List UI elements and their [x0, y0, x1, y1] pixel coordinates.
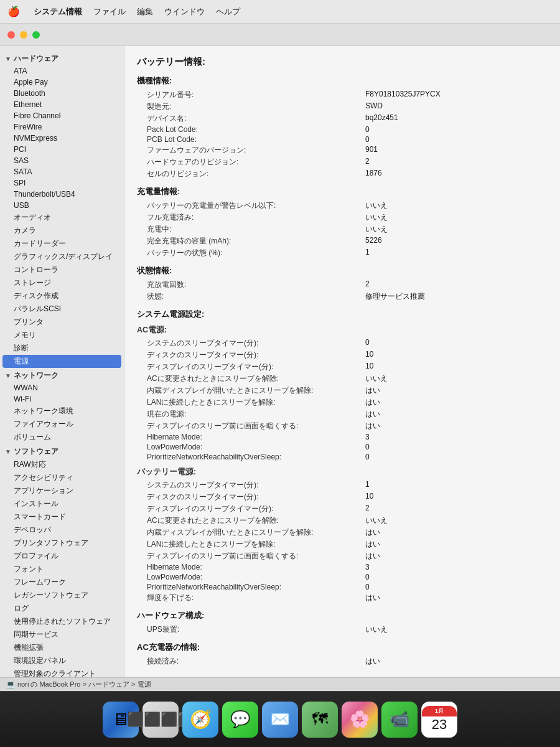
close-button[interactable]: [7, 31, 15, 39]
facetime-icon: 📹: [390, 710, 409, 729]
sidebar-item-pci[interactable]: PCI: [0, 144, 124, 155]
sidebar-item-sas[interactable]: SAS: [0, 155, 124, 166]
zoom-button[interactable]: [32, 31, 40, 39]
menu-file[interactable]: ファイル: [93, 6, 126, 17]
sidebar-item-managed-clients[interactable]: 管理対象のクライアント: [0, 667, 124, 677]
sidebar-item-syncservices[interactable]: 同期サービス: [0, 628, 124, 641]
device-name-value: bq20z451: [363, 113, 548, 125]
dock-safari[interactable]: 🧭: [182, 702, 218, 738]
dock-facetime[interactable]: 📹: [381, 702, 418, 738]
sidebar-item-audio[interactable]: オーディオ: [0, 211, 124, 224]
sidebar-item-power[interactable]: 電源: [2, 355, 121, 368]
minimize-button[interactable]: [20, 31, 27, 39]
sidebar-item-smartcard[interactable]: スマートカード: [0, 510, 124, 524]
sidebar-item-frameworks[interactable]: フレームワーク: [0, 576, 124, 589]
machine-info-table: シリアル番号: F8Y01810325J7PYCX 製造元: SWD デバイス名…: [137, 89, 548, 180]
ac-current-power-label: 現在の電源:: [137, 408, 363, 420]
menu-help[interactable]: ヘルプ: [216, 6, 240, 17]
charging-label: 充電中:: [137, 223, 363, 235]
menu-edit[interactable]: 編集: [137, 6, 153, 17]
apple-menu-icon[interactable]: 🍎: [7, 6, 20, 17]
sidebar-item-sata[interactable]: SATA: [0, 166, 124, 177]
bat-wake-on-lid-value: はい: [363, 527, 548, 538]
bat-sleep-label: システムのスリープタイマー(分):: [137, 479, 363, 491]
sidebar-item-ethernet[interactable]: Ethernet: [0, 99, 124, 110]
ac-sleep-label: システムのスリープタイマー(分):: [137, 337, 363, 349]
hardware-section-header[interactable]: ▼ ハードウェア: [0, 51, 124, 65]
ac-hibernate-value: 3: [363, 432, 548, 442]
sidebar-item-applepay[interactable]: Apple Pay: [0, 77, 124, 88]
ac-display-sleep-value: 10: [363, 361, 548, 373]
ac-current-power-value: はい: [363, 408, 548, 420]
sidebar-item-firewire[interactable]: FireWire: [0, 121, 124, 133]
bat-display-sleep-value: 2: [363, 503, 548, 515]
full-capacity-label: 完全充電時の容量 (mAh):: [137, 235, 363, 247]
sidebar-item-graphics[interactable]: グラフィックス/ディスプレイ: [0, 250, 124, 263]
sidebar-item-fibre[interactable]: Fibre Channel: [0, 110, 124, 121]
sidebar-item-prefpanes[interactable]: 環境設定パネル: [0, 654, 124, 667]
table-row: 製造元: SWD: [137, 101, 548, 113]
table-row: ハードウェアのリビジョン: 2: [137, 156, 548, 168]
sidebar-item-printer[interactable]: プリンタ: [0, 316, 124, 329]
sidebar-item-bluetooth[interactable]: Bluetooth: [0, 88, 124, 99]
bat-lowpower-label: LowPowerMode:: [137, 572, 363, 582]
ac-wake-on-lid-value: はい: [363, 385, 548, 397]
sidebar-item-nvmexpress[interactable]: NVMExpress: [0, 133, 124, 144]
condition-value: 修理サービス推薦: [363, 291, 548, 303]
sidebar-item-controller[interactable]: コントローラ: [0, 263, 124, 276]
table-row: LowPowerMode: 0: [137, 572, 548, 582]
sidebar-item-developer[interactable]: デベロッパ: [0, 524, 124, 537]
sidebar-item-camera[interactable]: カメラ: [0, 224, 124, 237]
sidebar-item-printersw[interactable]: プリンタソフトウェア: [0, 537, 124, 550]
sidebar-item-fonts[interactable]: フォント: [0, 563, 124, 576]
pack-lot-label: Pack Lot Code:: [137, 125, 363, 134]
dock-photos[interactable]: 🌸: [342, 702, 378, 738]
sidebar-item-ata[interactable]: ATA: [0, 65, 124, 77]
sidebar-item-wifi[interactable]: Wi-Fi: [0, 393, 124, 405]
sidebar-item-profile[interactable]: プロファイル: [0, 550, 124, 563]
sidebar-item-memory[interactable]: メモリ: [0, 329, 124, 342]
table-row: 充放電回数: 2: [137, 279, 548, 291]
sidebar-item-volume[interactable]: ボリューム: [0, 431, 124, 444]
dock-launchpad[interactable]: ⬛⬛⬛⬛: [142, 702, 179, 738]
full-charged-value: いいえ: [363, 212, 548, 223]
app-name[interactable]: システム情報: [34, 6, 82, 17]
dock-maps[interactable]: 🗺: [302, 702, 338, 738]
sidebar-item-networkenv[interactable]: ネットワーク環境: [0, 405, 124, 418]
dock-messages[interactable]: 💬: [222, 702, 258, 738]
dock-calendar[interactable]: 1月 23: [421, 702, 457, 738]
status-info-table: 充放電回数: 2 状態: 修理サービス推薦: [137, 279, 548, 303]
sidebar-item-usb[interactable]: USB: [0, 200, 124, 211]
sidebar-item-deprecated[interactable]: 使用停止されたソフトウェア: [0, 615, 124, 628]
sidebar-item-cardreader[interactable]: カードリーダー: [0, 237, 124, 250]
network-label: ネットワーク: [14, 370, 58, 381]
laptop-icon: 💻: [6, 680, 15, 688]
sidebar-item-logs[interactable]: ログ: [0, 602, 124, 615]
sidebar-item-diskutil[interactable]: ディスク作成: [0, 289, 124, 303]
table-row: 接続済み: はい: [137, 655, 548, 667]
table-row: UPS装置: いいえ: [137, 624, 548, 636]
sidebar-item-wwan[interactable]: WWAN: [0, 382, 124, 393]
sidebar-item-thunderbolt[interactable]: Thunderbolt/USB4: [0, 189, 124, 200]
sidebar-item-legacysw[interactable]: レガシーソフトウェア: [0, 589, 124, 602]
sidebar-item-install[interactable]: インストール: [0, 497, 124, 510]
sidebar-item-storage[interactable]: ストレージ: [0, 276, 124, 289]
bat-prioritize-value: 0: [363, 582, 548, 592]
sidebar-item-spi[interactable]: SPI: [0, 177, 124, 189]
sidebar-item-diagnostics[interactable]: 診断: [0, 342, 124, 355]
sidebar-item-accessibility[interactable]: アクセシビリティ: [0, 471, 124, 484]
sidebar-item-applications[interactable]: アプリケーション: [0, 484, 124, 497]
sidebar-item-parallelscsi[interactable]: パラレルSCSI: [0, 303, 124, 316]
ac-wake-on-ac-label: ACに変更されたときにスリープを解除:: [137, 373, 363, 385]
bat-wake-on-lan-value: はい: [363, 538, 548, 550]
sidebar-item-firewall[interactable]: ファイアウォール: [0, 418, 124, 431]
sidebar-item-raw[interactable]: RAW対応: [0, 458, 124, 471]
serial-value: F8Y01810325J7PYCX: [363, 89, 548, 101]
menu-window[interactable]: ウインドウ: [164, 6, 205, 17]
charge-info-table: バッテリーの充電量が警告レベル以下: いいえ フル充電済み: いいえ 充電中: …: [137, 200, 548, 259]
table-row: セルのリビジョン: 1876: [137, 168, 548, 180]
sidebar-item-extensions[interactable]: 機能拡張: [0, 641, 124, 654]
dock-mail[interactable]: ✉️: [262, 702, 298, 738]
software-section-header[interactable]: ▼ ソフトウェア: [0, 444, 124, 458]
network-section-header[interactable]: ▼ ネットワーク: [0, 368, 124, 382]
